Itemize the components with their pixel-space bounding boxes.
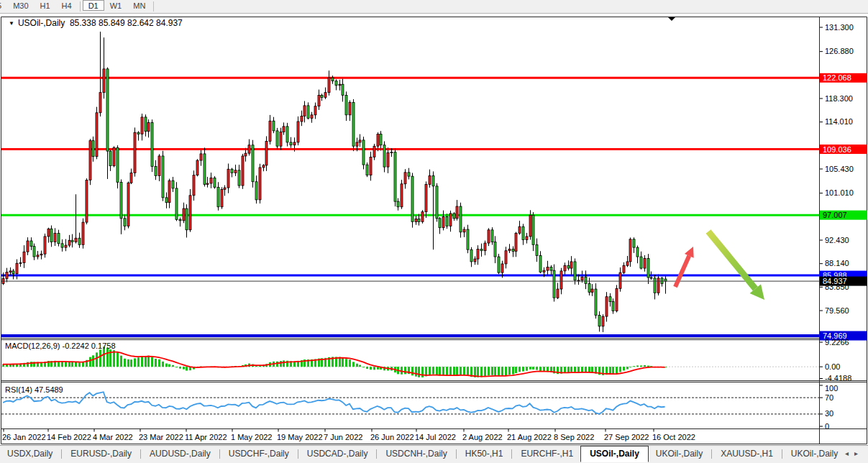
date-label: 19 May 2022	[277, 433, 323, 441]
chart-area[interactable]	[1, 17, 818, 338]
tab-separator	[511, 449, 512, 459]
tab-hk50-h1[interactable]: HK50-,H1	[458, 446, 511, 461]
tab-separator	[456, 449, 457, 459]
tab-usoil-daily[interactable]: USOil-,Daily	[580, 446, 649, 462]
date-label: 8 Sep 2022	[554, 433, 594, 441]
mt4-window: { "toolbar": {"timeframes": ["5","M30","…	[0, 0, 868, 463]
date-label: 2 Aug 2022	[462, 433, 503, 441]
symbol-tab-bar: USDX,DailyEURUSD-,DailyAUDUSD-,DailyUSDC…	[0, 445, 868, 463]
date-label: 14 Feb 2022	[47, 433, 91, 441]
rsi-axis-label: 0	[825, 422, 829, 431]
tab-usdcad-daily[interactable]: USDCAD-,Daily	[300, 446, 375, 461]
tab-usdcnh-daily[interactable]: USDCNH-,Daily	[378, 446, 454, 461]
price-tick-label: 92.430	[825, 236, 849, 244]
tab-separator	[782, 449, 782, 459]
tab-scroll-right-icon[interactable]: ▸	[854, 449, 864, 457]
rsi-axis-label: 100	[825, 384, 838, 393]
tab-eurchf-h1[interactable]: EURCHF-,H1	[513, 446, 580, 461]
date-label: 4 Mar 2022	[93, 433, 133, 441]
price-badge-label: 122.068	[823, 73, 851, 82]
price-tick-label: 131.300	[825, 23, 854, 32]
price-tick-label: 114.010	[825, 117, 853, 126]
tab-separator	[376, 449, 377, 459]
date-label: 1 May 2022	[231, 433, 272, 441]
date-label: 14 Jul 2022	[415, 433, 456, 441]
tab-usdx-daily[interactable]: USDX,Daily	[0, 446, 60, 461]
tab-ukoil-daily[interactable]: UKOil-,Daily	[649, 446, 710, 461]
price-tick-label: 105.430	[825, 165, 854, 173]
date-label: 21 Aug 2022	[507, 433, 552, 441]
tab-audusd-daily[interactable]: AUDUSD-,Daily	[142, 446, 218, 461]
price-tick-label: 88.140	[825, 259, 849, 267]
date-label: 27 Sep 2022	[604, 433, 649, 441]
date-label: 16 Oct 2022	[652, 433, 695, 441]
macd-axis-label: 0.00	[825, 362, 840, 371]
price-badge-label: 109.036	[823, 145, 851, 154]
tab-eurusd-daily[interactable]: EURUSD-,Daily	[63, 446, 139, 461]
tab-separator	[219, 449, 220, 459]
price-tick-label: 126.880	[825, 47, 854, 55]
macd-axis-label: -4.4188	[825, 374, 851, 382]
chart-canvas[interactable]: 131.300126.880118.300114.010105.430101.0…	[0, 0, 868, 445]
tab-scroll-arrows: ◂▸	[845, 449, 864, 457]
tab-separator	[140, 449, 141, 459]
price-tick-label: 79.560	[825, 306, 849, 315]
tab-separator	[61, 449, 62, 459]
rsi-axis-label: 30	[825, 409, 833, 418]
date-label: 7 Jun 2022	[324, 433, 362, 441]
date-label: 26 Jan 2022	[2, 433, 46, 441]
date-label: 11 Apr 2022	[185, 433, 227, 441]
price-tick-label: 101.010	[825, 188, 854, 197]
price-badge-label: 97.007	[823, 211, 847, 219]
tab-ukoil-daily[interactable]: UKOil-,Daily	[784, 446, 845, 461]
price-badge-label: 84.937	[823, 277, 847, 285]
date-label: 26 Jun 2022	[370, 433, 414, 441]
macd-axis-label: 9.2266	[825, 338, 849, 347]
rsi-axis-label: 70	[825, 393, 833, 402]
price-tick-label: 118.300	[825, 94, 853, 103]
date-label: 23 Mar 2022	[139, 433, 183, 441]
tab-usdchf-daily[interactable]: USDCHF-,Daily	[221, 446, 296, 461]
tab-separator	[711, 449, 712, 459]
tab-scroll-left-icon[interactable]: ◂	[845, 449, 854, 457]
tab-separator	[298, 449, 298, 459]
tab-xauusd-h1[interactable]: XAUUSD-,H1	[713, 446, 780, 461]
